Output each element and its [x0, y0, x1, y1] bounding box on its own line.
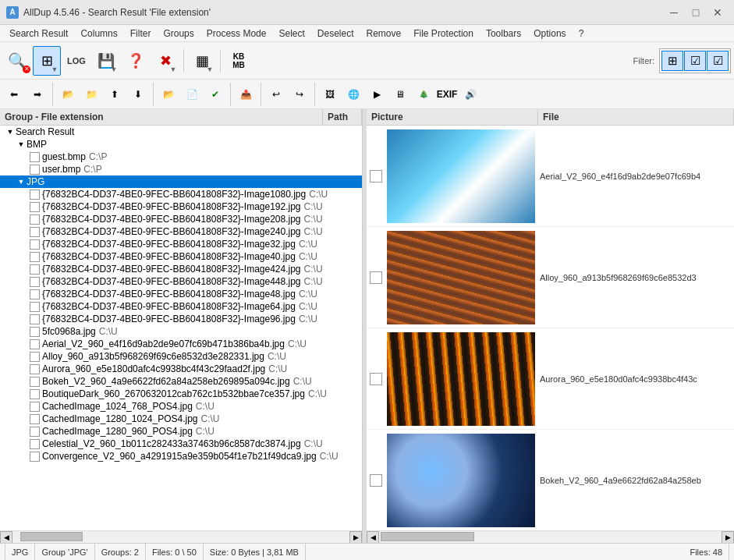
- jpg-item-boutique[interactable]: BoutiqueDark_960_2670632012cab762c1b532b…: [0, 388, 362, 400]
- nav-fwd-button[interactable]: ➡: [27, 83, 48, 105]
- menu-help[interactable]: ?: [573, 27, 590, 41]
- audio-button[interactable]: 🔊: [459, 83, 481, 105]
- cb8[interactable]: [30, 277, 40, 287]
- open-folder-button[interactable]: 📂: [57, 83, 79, 105]
- bmp-group[interactable]: ▼ BMP: [0, 138, 362, 151]
- right-hscroll[interactable]: ◀ ▶: [367, 530, 734, 543]
- cb-convergence[interactable]: [30, 452, 40, 462]
- right-hscroll-track[interactable]: [379, 531, 722, 543]
- folder-export-button[interactable]: 📤: [235, 83, 257, 105]
- image-viewer-button[interactable]: 🖼: [319, 83, 341, 105]
- jpg-item-4[interactable]: {76832BC4-DD37-4BE0-9FEC-BB6041808F32}-I…: [0, 225, 362, 238]
- jpg-item-6[interactable]: {76832BC4-DD37-4BE0-9FEC-BB6041808F32}-I…: [0, 250, 362, 263]
- monitor-button[interactable]: 🖥: [389, 83, 411, 105]
- menu-options[interactable]: Options: [527, 27, 572, 41]
- exif-button[interactable]: EXIF: [436, 83, 458, 105]
- jpg-item-cached3[interactable]: CachedImage_1280_960_POS4.jpg C:\U: [0, 425, 362, 438]
- move-down-button[interactable]: ⬇: [127, 83, 149, 105]
- aerial-checkbox[interactable]: [370, 170, 382, 183]
- new-folder-button[interactable]: 📁: [80, 83, 102, 105]
- web-browser-button[interactable]: 🌐: [342, 83, 364, 105]
- maximize-button[interactable]: □: [686, 5, 706, 20]
- cb12[interactable]: [30, 327, 40, 337]
- left-hscroll-left[interactable]: ◀: [0, 531, 12, 544]
- menu-file-protection[interactable]: File Protection: [407, 27, 480, 41]
- cb-aerial[interactable]: [30, 339, 40, 349]
- minimize-button[interactable]: ─: [664, 5, 684, 20]
- left-hscroll-track[interactable]: [12, 531, 349, 543]
- cb9[interactable]: [30, 289, 40, 299]
- new-search-button[interactable]: 🔍 ✕: [3, 46, 31, 76]
- menu-process-mode[interactable]: Process Mode: [200, 27, 273, 41]
- filter-checked-button[interactable]: ☑: [684, 51, 706, 71]
- media-play-button[interactable]: ▶: [366, 83, 388, 105]
- help-button[interactable]: ❓: [122, 46, 150, 76]
- close-button[interactable]: ✕: [707, 5, 728, 20]
- cb11[interactable]: [30, 314, 40, 324]
- size-unit-button[interactable]: KBMB: [225, 46, 253, 76]
- menu-columns[interactable]: Columns: [74, 27, 123, 41]
- jpg-item-alloy[interactable]: Alloy_960_a913b5f968269f69c6e8532d3e2823…: [0, 350, 362, 363]
- aurora-checkbox[interactable]: [370, 373, 382, 385]
- cb-alloy[interactable]: [30, 352, 40, 362]
- jpg-item-10[interactable]: {76832BC4-DD37-4BE0-9FEC-BB6041808F32}-I…: [0, 300, 362, 313]
- view-thumbnails-button[interactable]: ⊞ ▼: [33, 46, 61, 76]
- nav-back-button[interactable]: ⬅: [3, 83, 25, 105]
- left-hscroll-thumb[interactable]: [20, 532, 83, 541]
- bmp-toggle[interactable]: ▼: [16, 139, 27, 150]
- jpg-item-3[interactable]: {76832BC4-DD37-4BE0-9FEC-BB6041808F32}-I…: [0, 213, 362, 225]
- cb1[interactable]: [30, 190, 40, 200]
- left-hscroll[interactable]: ◀ ▶: [0, 530, 362, 543]
- jpg-item-8[interactable]: {76832BC4-DD37-4BE0-9FEC-BB6041808F32}-I…: [0, 275, 362, 288]
- jpg-item-cached2[interactable]: CachedImage_1280_1024_POS4.jpg C:\U: [0, 413, 362, 425]
- jpg-item-1[interactable]: {76832BC4-DD37-4BE0-9FEC-BB6041808F32}-I…: [0, 188, 362, 200]
- move-up-button[interactable]: ⬆: [104, 83, 126, 105]
- cb3[interactable]: [30, 214, 40, 225]
- right-hscroll-thumb[interactable]: [381, 532, 474, 541]
- redo-button[interactable]: ↪: [289, 83, 310, 105]
- tree-area[interactable]: ▼ Search Result ▼ BMP guest.bmp C:\P use…: [0, 126, 362, 530]
- jpg-item-11[interactable]: {76832BC4-DD37-4BE0-9FEC-BB6041808F32}-I…: [0, 313, 362, 325]
- tree-root[interactable]: ▼ Search Result: [0, 126, 362, 138]
- jpg-toggle[interactable]: ▼: [16, 176, 27, 187]
- menu-remove[interactable]: Remove: [360, 27, 408, 41]
- user-bmp-item[interactable]: user.bmp C:\P: [0, 163, 362, 175]
- menu-select[interactable]: Select: [272, 27, 310, 41]
- cb-bokeh[interactable]: [30, 377, 40, 387]
- menu-filter[interactable]: Filter: [124, 27, 158, 41]
- cb-boutique[interactable]: [30, 389, 40, 399]
- cb7[interactable]: [30, 264, 40, 275]
- jpg-item-7[interactable]: {76832BC4-DD37-4BE0-9FEC-BB6041808F32}-I…: [0, 263, 362, 275]
- menu-groups[interactable]: Groups: [157, 27, 200, 41]
- cb-cached1[interactable]: [30, 402, 40, 412]
- log-button[interactable]: LOG: [62, 46, 90, 76]
- cb2[interactable]: [30, 202, 40, 212]
- jpg-item-aurora[interactable]: Aurora_960_e5e180d0afc4c9938bc4f43c29faa…: [0, 363, 362, 375]
- jpg-item-12[interactable]: 5fc0968a.jpg C:\U: [0, 325, 362, 338]
- filter-all-button[interactable]: ⊞: [661, 51, 683, 71]
- save-button[interactable]: 💾 ▼: [92, 46, 120, 76]
- alloy-checkbox[interactable]: [370, 271, 382, 284]
- jpg-group[interactable]: ▼ JPG: [0, 175, 362, 188]
- right-content[interactable]: Aerial_V2_960_e4f16d9ab2de9e07fc69b4 All…: [367, 126, 734, 530]
- root-toggle[interactable]: ▼: [5, 126, 16, 137]
- guest-bmp-checkbox[interactable]: [30, 152, 40, 162]
- file-move-button[interactable]: 📄: [181, 83, 203, 105]
- cb10[interactable]: [30, 302, 40, 312]
- cb-celestial[interactable]: [30, 439, 40, 449]
- jpg-item-convergence[interactable]: Convergence_V2_960_a4291915a9e359b054f1e…: [0, 450, 362, 463]
- cb4[interactable]: [30, 227, 40, 237]
- check-button[interactable]: ✔: [204, 83, 226, 105]
- menu-search-result[interactable]: Search Result: [3, 27, 74, 41]
- jpg-item-5[interactable]: {76832BC4-DD37-4BE0-9FEC-BB6041808F32}-I…: [0, 238, 362, 250]
- left-hscroll-right[interactable]: ▶: [349, 531, 362, 544]
- jpg-item-celestial[interactable]: Celestial_V2_960_1b011c282433a37463b96c8…: [0, 438, 362, 450]
- menu-deselect[interactable]: Deselect: [311, 27, 360, 41]
- guest-bmp-item[interactable]: guest.bmp C:\P: [0, 151, 362, 163]
- columns-button[interactable]: ▦ ▼: [188, 46, 216, 76]
- bokeh-checkbox[interactable]: [370, 474, 382, 487]
- cb5[interactable]: [30, 239, 40, 250]
- jpg-item-cached1[interactable]: CachedImage_1024_768_POS4.jpg C:\U: [0, 400, 362, 413]
- jpg-item-bokeh[interactable]: Bokeh_V2_960_4a9e6622fd62a84a258eb269895…: [0, 375, 362, 388]
- menu-toolbars[interactable]: Toolbars: [480, 27, 527, 41]
